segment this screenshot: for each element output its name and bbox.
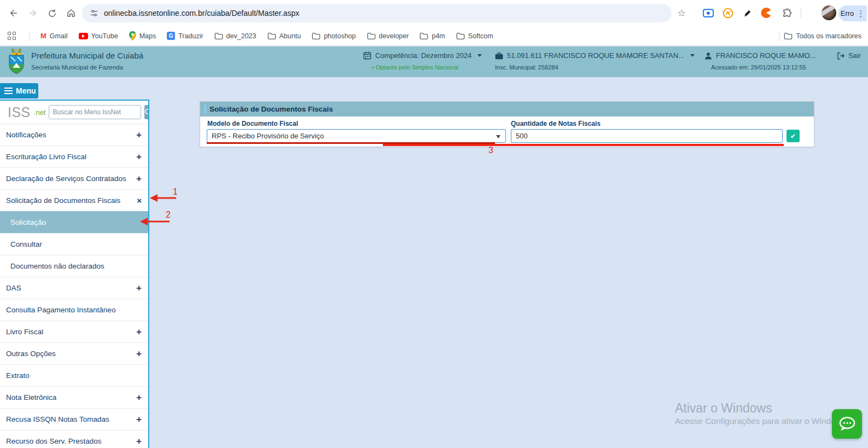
all-bookmarks-button[interactable]: Todos os marcadores [784,32,861,40]
sidebar-item-livro-fiscal[interactable]: Livro Fiscal+ [0,321,148,342]
logo-text-iss: ISS [8,104,31,120]
solicitacao-panel: Solicitação de Documentos Fiscais Modelo… [200,101,814,147]
maps-pin-icon [129,31,136,40]
kebab-menu-icon[interactable]: ⋮ [857,9,865,19]
bookmark-label: Traduzir [178,32,203,40]
home-icon[interactable] [64,6,78,20]
sidebar-item-label: DAS [6,284,21,292]
accessed-at: Acessado em: 29/01/2025 13:12:55 [704,64,816,71]
chat-widget-button[interactable] [832,409,862,439]
chat-bubble-icon [838,416,856,432]
expand-icon[interactable]: + [136,283,142,294]
org-name: Prefeitura Municipal de Cuiabá [31,51,143,60]
expand-icon[interactable]: + [136,152,142,162]
annotation-arrow-2 [139,216,172,227]
bookmarks-separator [29,31,30,41]
sidebar-subitem-solicitacao[interactable]: Solicitação [0,211,148,233]
panel-title: Solicitação de Documentos Fiscais [209,105,333,113]
annotation-number-3: 3 [488,146,493,155]
sidebar-item-solicitacao-documentos-fiscais[interactable]: Solicitação de Documentos Fiscais× [0,189,148,211]
quantidade-label: Quantidade de Notas Fiscais [511,120,601,127]
bookmark-maps[interactable]: Maps [129,31,156,40]
annotation-underline-input [383,144,784,146]
sidebar-subitem-documentos-nao-declarados[interactable]: Documentos não declarados [0,255,148,277]
simples-nacional-note: • Optante pelo Simples Nacional [363,64,482,71]
toolbar-separator [801,8,801,19]
expand-icon[interactable]: + [136,436,142,447]
sidebar-item-label: Consulta Pagamento Instantâneo [6,306,115,314]
extension-pacman-icon[interactable] [759,6,773,20]
profile-avatar[interactable] [822,5,836,20]
folder-icon [456,32,465,40]
menu-toggle-button[interactable]: Menu [0,83,38,98]
collapse-icon[interactable]: × [137,196,142,205]
bookmark-folder-dev2023[interactable]: dev_2023 [214,32,257,40]
browser-toolbar: onlinecba.issnetonline.com.br/cuiaba/Def… [0,0,868,26]
extensions-puzzle-icon[interactable] [780,6,794,20]
company-block: 51.091.611 FRANCISCO ROQUE MAMORE SANTAN… [495,51,695,71]
apps-grid-icon[interactable] [8,32,16,40]
bookmark-gmail[interactable]: MGmail [40,32,68,40]
eyedropper-icon[interactable] [741,6,755,20]
reload-icon[interactable] [45,6,59,20]
sidebar-item-label: Outras Opções [6,350,56,358]
extension-tab-icon[interactable] [701,6,715,20]
sidebar-item-notificacoes[interactable]: Notificações+ [0,124,148,146]
sidebar-item-recusa-issqn[interactable]: Recusa ISSQN Notas Tomadas+ [0,408,148,430]
sidebar-item-extrato[interactable]: Extrato [0,364,148,386]
sidebar-item-label: Consultar [10,240,42,248]
competencia-label: Competência: Dezembro 2024 [375,51,471,60]
user-block: FRANCISCO ROQUE MAMO... Acessado em: 29/… [704,51,816,71]
user-menu[interactable]: FRANCISCO ROQUE MAMO... [704,51,816,60]
sidebar-item-nota-eletronica[interactable]: Nota Eletrônica+ [0,386,148,408]
profile-button[interactable]: Erro ⋮ [838,5,867,21]
expand-icon[interactable]: + [136,392,142,403]
extension-orange-x-icon[interactable] [721,6,735,20]
expand-icon[interactable]: + [136,414,142,425]
expand-icon[interactable]: + [136,173,142,184]
url-text[interactable]: onlinecba.issnetonline.com.br/cuiaba/Def… [104,9,299,18]
company-dropdown[interactable]: 51.091.611 FRANCISCO ROQUE MAMORE SANTAN… [495,51,695,60]
expand-icon[interactable]: + [136,348,142,359]
site-header: Prefeitura Municipal de Cuiabá Secretari… [0,46,868,77]
sidebar-item-consulta-pagamento[interactable]: Consulta Pagamento Instantâneo [0,299,148,321]
sidebar-subitem-consultar[interactable]: Consultar [0,233,148,255]
bookmark-folder-developer[interactable]: developer [367,32,409,40]
logout-label: Sair [848,51,861,60]
windows-activation-watermark-title: Ativar o Windows [675,401,772,416]
sidebar-item-label: Extrato [6,371,30,380]
logout-button[interactable]: Sair [837,51,861,60]
expand-icon[interactable]: + [136,130,142,141]
sidebar-item-label: Declaração de Serviços Contratados [6,174,126,183]
sidebar-item-declaracao-servicos[interactable]: Declaração de Serviços Contratados+ [0,167,148,189]
quantidade-input[interactable] [511,129,783,143]
back-icon[interactable] [7,6,21,20]
menu-search-input[interactable] [49,105,141,119]
expand-icon[interactable]: + [136,327,142,338]
sidebar-item-das[interactable]: DAS+ [0,277,148,299]
forward-icon[interactable] [26,6,40,20]
sidebar-item-escrituracao-livro-fiscal[interactable]: Escrituração Livro Fiscal+ [0,146,148,167]
bookmark-star-icon[interactable]: ☆ [674,6,689,20]
all-bookmarks-label: Todos os marcadores [796,32,861,40]
sidebar-item-label: Livro Fiscal [6,328,43,336]
bookmark-label: Abuntu [279,32,301,40]
confirm-button[interactable]: ✔ [787,130,800,142]
site-settings-icon[interactable] [90,9,98,18]
sidebar-item-outras-opcoes[interactable]: Outras Opções+ [0,342,148,364]
address-bar[interactable]: onlinecba.issnetonline.com.br/cuiaba/Def… [82,4,672,22]
bookmark-traduzir[interactable]: GTraduzir [167,32,203,40]
bookmark-folder-softcom[interactable]: Softcom [456,32,493,40]
sidebar-item-recurso-serv-prestados[interactable]: Recurso dos Serv. Prestados+ [0,430,148,448]
menu-search-button[interactable] [144,105,149,119]
panel-accent-bar [204,105,206,113]
competencia-dropdown[interactable]: Competência: Dezembro 2024 [363,51,482,60]
bookmark-folder-abuntu[interactable]: Abuntu [267,32,301,40]
modelo-select[interactable]: RPS - Recibo Provisório de Serviço [207,129,506,143]
gmail-icon: M [40,32,46,40]
sidebar-item-label: Recusa ISSQN Notas Tomadas [6,415,109,423]
bookmark-folder-photoshop[interactable]: photoshop [312,32,356,40]
bookmark-folder-p4m[interactable]: p4m [420,32,445,40]
search-icon [144,108,149,116]
bookmark-youtube[interactable]: YouTube [79,32,118,40]
